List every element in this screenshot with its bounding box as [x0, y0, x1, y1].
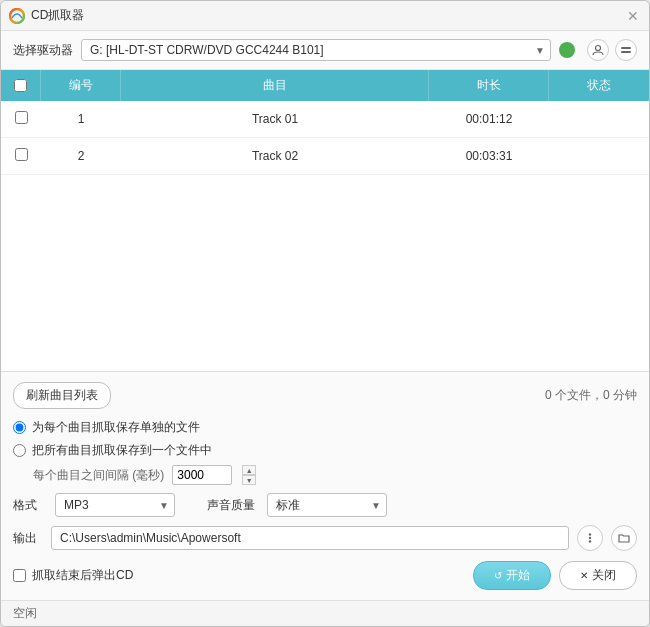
- status-text: 空闲: [13, 606, 37, 620]
- refresh-button[interactable]: 刷新曲目列表: [13, 382, 111, 409]
- radio-individual-row: 为每个曲目抓取保存单独的文件: [13, 419, 637, 436]
- quality-select-wrapper: 标准 ▼: [267, 493, 387, 517]
- header-track: 曲目: [121, 70, 429, 101]
- svg-point-5: [589, 537, 591, 539]
- row1-duration: 00:01:12: [429, 102, 549, 136]
- refresh-row: 刷新曲目列表 0 个文件，0 分钟: [13, 382, 637, 409]
- interval-down-button[interactable]: ▼: [242, 475, 256, 485]
- radio-combined-label: 把所有曲目抓取保存到一个文件中: [32, 442, 212, 459]
- row1-checkbox-cell: [1, 101, 41, 137]
- drive-settings-icon[interactable]: [615, 39, 637, 61]
- svg-point-4: [589, 533, 591, 535]
- close-window-button[interactable]: ✕: [627, 9, 641, 23]
- svg-point-1: [596, 46, 601, 51]
- interval-input[interactable]: [172, 465, 232, 485]
- bottom-actions: 抓取结束后弹出CD ↺ 开始 ✕ 关闭: [13, 561, 637, 590]
- table-row: 2 Track 02 00:03:31: [1, 138, 649, 175]
- radio-individual-label: 为每个曲目抓取保存单独的文件: [32, 419, 200, 436]
- close-label: 关闭: [592, 567, 616, 584]
- drive-row: 选择驱动器 G: [HL-DT-ST CDRW/DVD GCC4244 B101…: [1, 31, 649, 70]
- titlebar-left: CD抓取器: [9, 7, 84, 24]
- interval-row: 每个曲目之间间隔 (毫秒) ▲ ▼: [33, 465, 637, 485]
- row1-track: Track 01: [121, 102, 429, 136]
- close-x-icon: ✕: [580, 570, 588, 581]
- interval-up-button[interactable]: ▲: [242, 465, 256, 475]
- row1-checkbox[interactable]: [15, 111, 28, 124]
- track-table: 编号 曲目 时长 状态 1 Track 01 00:01:12 2: [1, 70, 649, 371]
- svg-rect-3: [621, 51, 631, 53]
- row2-checkbox[interactable]: [15, 148, 28, 161]
- quality-select[interactable]: 标准: [267, 493, 387, 517]
- header-number: 编号: [41, 70, 121, 101]
- select-all-checkbox[interactable]: [14, 79, 27, 92]
- bottom-panel: 刷新曲目列表 0 个文件，0 分钟 为每个曲目抓取保存单独的文件 把所有曲目抓取…: [1, 371, 649, 600]
- quality-label: 声音质量: [207, 497, 255, 514]
- output-label: 输出: [13, 530, 43, 547]
- row1-number: 1: [41, 102, 121, 136]
- interval-spinner: ▲ ▼: [242, 465, 256, 485]
- interval-label: 每个曲目之间间隔 (毫秒): [33, 467, 164, 484]
- row2-status: [549, 146, 649, 166]
- app-window: CD抓取器 ✕ 选择驱动器 G: [HL-DT-ST CDRW/DVD GCC4…: [0, 0, 650, 627]
- format-row: 格式 MP3 ▼ 声音质量 标准 ▼: [13, 493, 637, 517]
- output-row: 输出: [13, 525, 637, 551]
- row2-number: 2: [41, 139, 121, 173]
- window-title: CD抓取器: [31, 7, 84, 24]
- radio-combined[interactable]: [13, 444, 26, 457]
- save-mode-group: 为每个曲目抓取保存单独的文件 把所有曲目抓取保存到一个文件中 每个曲目之间间隔 …: [13, 419, 637, 485]
- output-path-input[interactable]: [51, 526, 569, 550]
- svg-point-0: [10, 9, 24, 23]
- svg-point-6: [589, 540, 591, 542]
- titlebar: CD抓取器 ✕: [1, 1, 649, 31]
- file-info: 0 个文件，0 分钟: [545, 387, 637, 404]
- drive-action-icons: [587, 39, 637, 61]
- drive-select[interactable]: G: [HL-DT-ST CDRW/DVD GCC4244 B101]: [81, 39, 551, 61]
- row2-duration: 00:03:31: [429, 139, 549, 173]
- drive-select-wrapper: G: [HL-DT-ST CDRW/DVD GCC4244 B101] ▼: [81, 39, 551, 61]
- table-row: 1 Track 01 00:01:12: [1, 101, 649, 138]
- row1-status: [549, 109, 649, 129]
- start-button[interactable]: ↺ 开始: [473, 561, 551, 590]
- app-icon: [9, 8, 25, 24]
- start-label: 开始: [506, 567, 530, 584]
- format-select[interactable]: MP3: [55, 493, 175, 517]
- radio-combined-row: 把所有曲目抓取保存到一个文件中: [13, 442, 637, 459]
- radio-individual[interactable]: [13, 421, 26, 434]
- action-buttons: ↺ 开始 ✕ 关闭: [473, 561, 637, 590]
- output-menu-button[interactable]: [577, 525, 603, 551]
- drive-status-indicator: [559, 42, 575, 58]
- row2-track: Track 02: [121, 139, 429, 173]
- table-body: 1 Track 01 00:01:12 2 Track 02 00:03:31: [1, 101, 649, 371]
- status-bar: 空闲: [1, 600, 649, 626]
- table-header: 编号 曲目 时长 状态: [1, 70, 649, 101]
- format-select-wrapper: MP3 ▼: [55, 493, 175, 517]
- row2-checkbox-cell: [1, 138, 41, 174]
- header-checkbox-cell: [1, 70, 41, 101]
- eject-checkbox[interactable]: [13, 569, 26, 582]
- svg-rect-2: [621, 47, 631, 49]
- eject-checkbox-row: 抓取结束后弹出CD: [13, 567, 133, 584]
- eject-label: 抓取结束后弹出CD: [32, 567, 133, 584]
- header-duration: 时长: [429, 70, 549, 101]
- drive-user-icon[interactable]: [587, 39, 609, 61]
- drive-label: 选择驱动器: [13, 42, 73, 59]
- format-label: 格式: [13, 497, 43, 514]
- start-icon: ↺: [494, 570, 502, 581]
- output-folder-button[interactable]: [611, 525, 637, 551]
- close-button[interactable]: ✕ 关闭: [559, 561, 637, 590]
- header-status: 状态: [549, 70, 649, 101]
